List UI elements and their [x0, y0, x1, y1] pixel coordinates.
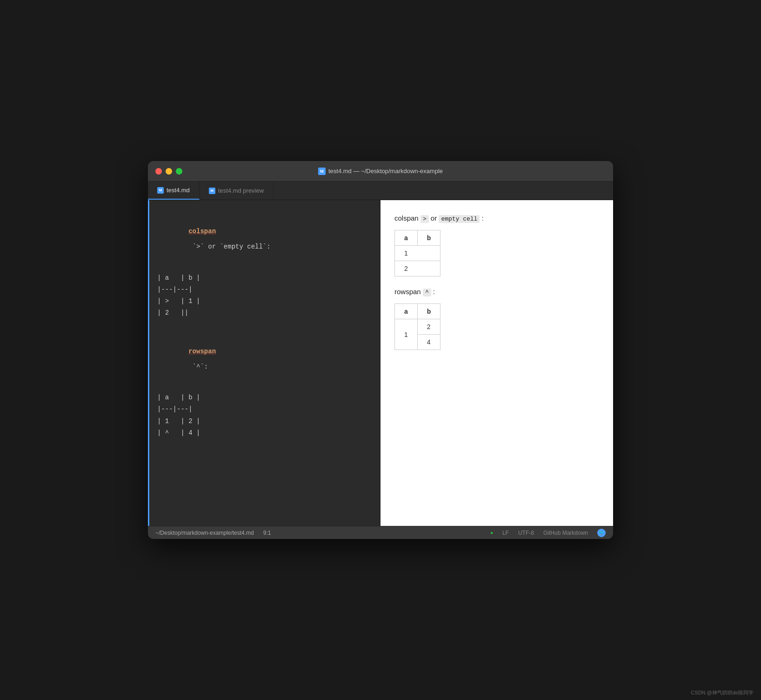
statusbar: ~/Desktop/markdown-example/test4.md 9:1 …	[148, 526, 613, 539]
content-area: colspan `>` or `empty cell`: | a | b | |…	[148, 200, 613, 526]
colspan-table: a b 1 2	[394, 230, 441, 276]
bird-icon: 🐦	[597, 529, 606, 537]
colspan-heading: colspan	[188, 226, 216, 237]
statusbar-dot: ●	[490, 530, 493, 535]
md-icon: M	[318, 168, 326, 175]
preview-colspan-empty: empty cell	[439, 215, 480, 223]
window-title: M test4.md — ~/Desktop/markdown-example	[318, 168, 443, 175]
table-row: 1	[395, 246, 441, 261]
rowspan-cell-b2: 4	[417, 335, 441, 350]
rowspan-cell-b1: 2	[417, 319, 441, 335]
titlebar: M test4.md — ~/Desktop/markdown-example	[148, 161, 613, 182]
table-row: 1 2	[395, 319, 441, 335]
editor-line-10: | a | b |	[157, 392, 371, 404]
preview-colspan-heading: colspan > or empty cell :	[394, 214, 599, 222]
editor-line-12: | 1 | 2 |	[157, 416, 371, 427]
editor-line-13: | ^ | 4 |	[157, 427, 371, 439]
tabbar: M test4.md M test4.md preview	[148, 182, 613, 200]
tab-preview-icon: M	[209, 188, 215, 194]
colspan-cell-1: 1	[395, 246, 441, 261]
window-controls	[155, 168, 182, 175]
rowspan-table-header-b: b	[417, 304, 441, 319]
colspan-table-header-a: a	[395, 230, 418, 246]
rowspan-table: a b 1 2 4	[394, 303, 441, 350]
tab-preview[interactable]: M test4.md preview	[200, 182, 274, 200]
editor-panel[interactable]: colspan `>` or `empty cell`: | a | b | |…	[148, 200, 380, 526]
editor-line-8: rowspan `^`:	[157, 334, 371, 385]
spacer-1	[157, 265, 371, 272]
maximize-button[interactable]	[176, 168, 182, 175]
colspan-table-header-b: b	[417, 230, 441, 246]
spacer-4	[157, 384, 371, 392]
editor-line-4: |---|---|	[157, 284, 371, 296]
statusbar-syntax: GitHub Markdown	[543, 530, 588, 536]
colspan-cell-2: 2	[395, 261, 441, 276]
editor-line-3: | a | b |	[157, 272, 371, 284]
minimize-button[interactable]	[166, 168, 172, 175]
rowspan-cell-1: 1	[395, 319, 418, 350]
spacer-2	[157, 319, 371, 327]
rowspan-heading: rowspan	[188, 346, 216, 357]
table-row: 2	[395, 261, 441, 276]
preview-rowspan-caret: ^	[423, 289, 431, 296]
statusbar-position: 9:1	[263, 530, 271, 536]
preview-panel: colspan > or empty cell : a b 1	[380, 200, 613, 526]
editor-line-1: colspan `>` or `empty cell`:	[157, 214, 371, 265]
editor-line-5: | > | 1 |	[157, 296, 371, 307]
statusbar-encoding: UTF-8	[518, 530, 534, 536]
editor-line-6: | 2 ||	[157, 307, 371, 319]
preview-colspan-gt: >	[421, 215, 429, 223]
editor-line-11: |---|---|	[157, 404, 371, 415]
statusbar-lf: LF	[502, 530, 509, 536]
rowspan-table-header-a: a	[395, 304, 418, 319]
statusbar-filepath: ~/Desktop/markdown-example/test4.md	[155, 530, 254, 536]
watermark: CSDN @神气哄哄de陈同学	[687, 687, 757, 698]
close-button[interactable]	[155, 168, 162, 175]
tab-editor-icon: M	[157, 187, 164, 194]
spacer-3	[157, 327, 371, 334]
app-window: M test4.md — ~/Desktop/markdown-example …	[148, 161, 613, 539]
editor-accent	[148, 200, 149, 526]
tab-editor[interactable]: M test4.md	[148, 182, 200, 200]
preview-rowspan-heading: rowspan ^ :	[394, 288, 599, 296]
